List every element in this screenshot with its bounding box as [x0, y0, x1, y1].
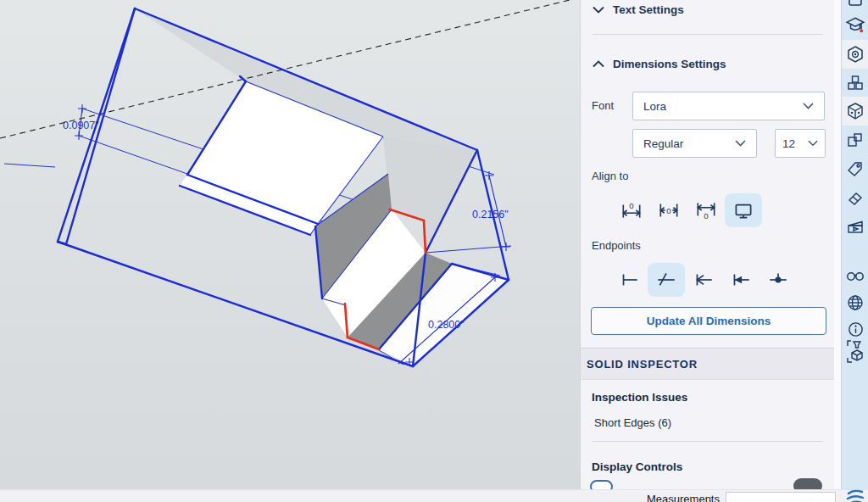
- chevron-down-icon: [803, 103, 814, 109]
- app-window: 0.0907" 0.2156" 0.2800" Text Settings Di…: [0, 0, 868, 502]
- measurements-label: Measurements: [647, 493, 720, 502]
- endpoint-filled-arrow-button[interactable]: [722, 263, 760, 297]
- dimension-label[interactable]: 0.0907": [63, 120, 99, 131]
- chevron-down-icon: [808, 140, 818, 147]
- chevron-up-icon: [593, 60, 604, 68]
- stack-icon: [846, 0, 865, 8]
- sketchup-logo-icon: [845, 487, 865, 502]
- text-settings-title: Text Settings: [613, 3, 684, 16]
- panel-scroll-gutter: [834, 0, 841, 489]
- font-family-select[interactable]: Lora: [632, 92, 825, 120]
- right-toolbar: [841, 0, 868, 489]
- dimensions-settings-header[interactable]: Dimensions Settings: [593, 58, 726, 70]
- dimensions-settings-title: Dimensions Settings: [613, 58, 726, 70]
- toolbar-tag-button[interactable]: [842, 154, 868, 183]
- endpoint-filled-arrow-icon: [729, 268, 753, 292]
- issue-item-short-edges[interactable]: Short Edges (6): [594, 416, 671, 429]
- solid-inspector-title: SOLID INSPECTOR: [587, 358, 698, 371]
- align-below-button[interactable]: 0: [687, 193, 725, 227]
- endpoint-open-arrow-icon: [692, 268, 715, 292]
- endpoint-slash-icon: [654, 268, 678, 292]
- toolbar-components-button[interactable]: [842, 69, 868, 98]
- dimension-label[interactable]: 0.2156": [472, 209, 509, 220]
- model-faces: [135, 8, 509, 366]
- status-bar: Measurements: [0, 489, 868, 502]
- endpoint-open-arrow-button[interactable]: [685, 263, 722, 297]
- svg-text:0: 0: [704, 211, 709, 220]
- toolbar-globe-button[interactable]: [842, 288, 868, 317]
- align-to-label: Align to: [592, 170, 628, 182]
- materials-icon: [846, 102, 865, 120]
- endpoint-slash-button[interactable]: [648, 263, 685, 297]
- font-size-select[interactable]: 12: [775, 129, 826, 158]
- font-label: Font: [592, 99, 614, 112]
- eraser-icon: [846, 188, 865, 207]
- tag-icon: [846, 159, 865, 178]
- font-size-value: 12: [782, 137, 795, 150]
- update-all-dimensions-button[interactable]: Update All Dimensions: [591, 307, 826, 335]
- viewport-canvas[interactable]: 0.0907" 0.2156" 0.2800": [0, 0, 580, 489]
- toolbar-animation-button[interactable]: [842, 213, 868, 242]
- 3d-viewport[interactable]: 0.0907" 0.2156" 0.2800": [0, 0, 580, 489]
- toolbar-extensions-button[interactable]: [842, 40, 868, 69]
- align-below-icon: 0: [694, 198, 718, 222]
- endpoint-none-button[interactable]: [610, 263, 648, 297]
- font-style-value: Regular: [643, 137, 683, 150]
- align-above-icon: 0: [620, 198, 643, 222]
- toolbar-eraser-button[interactable]: [842, 183, 868, 212]
- settings-panel: Text Settings Dimensions Settings Font L…: [580, 0, 834, 489]
- align-options: 0 0 0: [613, 193, 762, 227]
- endpoint-dot-button[interactable]: [760, 263, 797, 297]
- align-screen-button[interactable]: [725, 193, 762, 227]
- chevron-down-icon: [735, 140, 746, 147]
- globe-grid-icon: [846, 293, 865, 312]
- solid-inspector-section-header[interactable]: SOLID INSPECTOR: [581, 348, 835, 380]
- align-center-icon: 0: [657, 198, 681, 222]
- toolbar-solid-inspector-button[interactable]: [842, 336, 868, 368]
- endpoint-dot-icon: [766, 268, 790, 292]
- svg-text:0: 0: [666, 206, 671, 215]
- measurements-input[interactable]: [726, 492, 836, 502]
- svg-text:0: 0: [629, 201, 634, 210]
- display-controls-title: Display Controls: [592, 460, 682, 473]
- solid-inspector-icon: [845, 340, 866, 364]
- extensions-icon: [846, 45, 865, 64]
- chevron-down-icon: [593, 6, 604, 14]
- align-above-button[interactable]: 0: [613, 193, 650, 227]
- endpoints-label: Endpoints: [592, 239, 641, 252]
- toolbar-materials-button[interactable]: [842, 97, 868, 126]
- font-style-select[interactable]: Regular: [632, 129, 757, 158]
- endpoint-options: [610, 263, 797, 297]
- endpoint-tick-icon: [617, 268, 641, 292]
- glasses-icon: [845, 266, 865, 285]
- clapperboard-icon: [846, 218, 865, 237]
- toolbar-boxes-button[interactable]: [842, 126, 868, 154]
- divider: [593, 441, 823, 442]
- inspection-issues-title: Inspection Issues: [592, 391, 687, 404]
- toolbar-learn-button[interactable]: [842, 11, 868, 40]
- boxes-icon: [846, 131, 865, 149]
- toolbar-glasses-button[interactable]: [842, 261, 868, 290]
- dimension-label[interactable]: 0.2800": [428, 319, 465, 331]
- screen-icon: [732, 198, 755, 222]
- text-settings-header[interactable]: Text Settings: [593, 3, 684, 16]
- graduation-cap-icon: [845, 15, 865, 36]
- align-center-button[interactable]: 0: [650, 193, 687, 227]
- components-icon: [846, 74, 865, 92]
- font-family-value: Lora: [643, 100, 666, 113]
- divider: [593, 34, 823, 35]
